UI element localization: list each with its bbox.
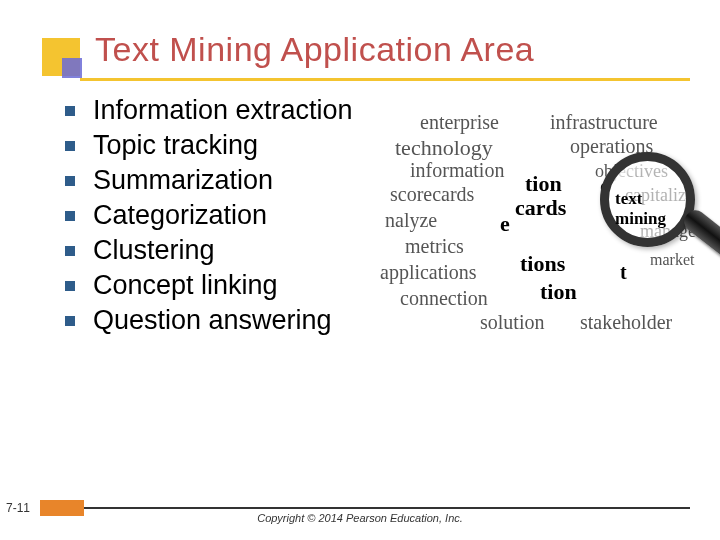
slide-footer: 7-11 Copyright © 2014 Pearson Education,… [0, 498, 720, 522]
slide-title: Text Mining Application Area [95, 30, 720, 69]
wordcloud-word: applications [380, 261, 477, 284]
wordcloud-word: e [500, 211, 510, 237]
bullet-text: Information extraction [93, 95, 353, 126]
magnifier-lens [600, 152, 695, 247]
bullet-text: Summarization [93, 165, 273, 196]
copyright-text: Copyright © 2014 Pearson Education, Inc. [0, 512, 720, 524]
wordcloud-word: t [620, 261, 627, 284]
wordcloud-word: infrastructure [550, 111, 658, 134]
magnifier-icon [600, 152, 695, 247]
footer-line [84, 507, 690, 509]
wordcloud-word: nalyze [385, 209, 437, 232]
wordcloud-word: cards [515, 195, 566, 221]
header-underline [80, 78, 690, 81]
accent-square-purple [62, 58, 82, 78]
wordcloud-word: solution [480, 311, 544, 334]
wordcloud-word: technology [395, 135, 493, 161]
bullet-icon [65, 176, 75, 186]
bullet-icon [65, 281, 75, 291]
bullet-text: Categorization [93, 200, 267, 231]
bullet-icon [65, 316, 75, 326]
slide-content: Information extraction Topic tracking Su… [0, 87, 720, 336]
wordcloud-word: information [410, 159, 504, 182]
wordcloud-word: market [650, 251, 694, 269]
wordcloud-word: metrics [405, 235, 464, 258]
wordcloud-word: tion [540, 279, 577, 305]
wordcloud-word: connection [400, 287, 488, 310]
bullet-text: Question answering [93, 305, 332, 336]
bullet-text: Concept linking [93, 270, 278, 301]
wordcloud-word: stakeholder [580, 311, 672, 334]
bullet-text: Topic tracking [93, 130, 258, 161]
wordcloud-word: tions [520, 251, 565, 277]
bullet-icon [65, 211, 75, 221]
wordcloud-word: tion [525, 171, 562, 197]
bullet-icon [65, 246, 75, 256]
wordcloud-word: enterprise [420, 111, 499, 134]
wordcloud-word: scorecards [390, 183, 474, 206]
bullet-text: Clustering [93, 235, 215, 266]
slide-header: Text Mining Application Area [0, 0, 720, 87]
bullet-icon [65, 106, 75, 116]
bullet-icon [65, 141, 75, 151]
